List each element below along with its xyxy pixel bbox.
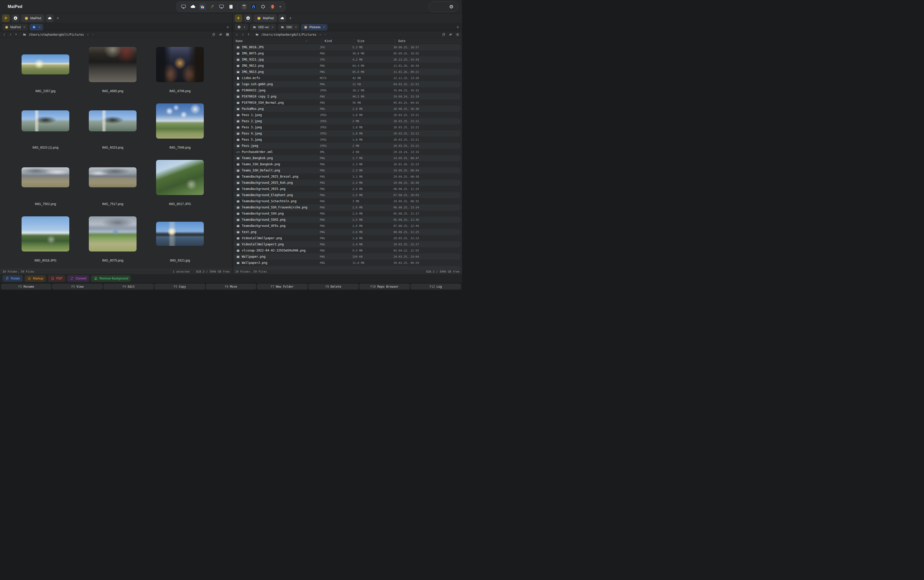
table-row[interactable]: test.pngPNG2,6 MB08.08.25, 11:25 [234, 229, 460, 235]
close-icon[interactable]: × [244, 25, 245, 29]
thumbnail-image[interactable] [89, 47, 137, 82]
table-row[interactable]: VideoCallWallpaper.pngPNG1,8 MB29.03.25,… [234, 235, 460, 241]
dock-item-claude-app-icon[interactable] [269, 3, 276, 10]
grid-item[interactable]: IMG_2357.jpg [12, 40, 79, 96]
fkey-f6-button[interactable]: F6Move [206, 283, 256, 290]
fkey-f2-button[interactable]: F2Rename [1, 283, 51, 290]
thumbnail-image[interactable] [156, 47, 204, 82]
table-row[interactable]: Wallpaper.pngPNG150 KB29.03.25, 23:04 [234, 254, 460, 260]
grid-item[interactable]: IMG_4695.png [79, 40, 146, 96]
forward-button[interactable] [241, 33, 245, 36]
dock-item-cloud-icon[interactable] [189, 3, 197, 10]
pdf-button[interactable]: PDF [48, 275, 65, 282]
dock-item-gpt-app-icon[interactable] [260, 3, 267, 10]
workspace-tab-maiped[interactable]: MaiPed [21, 14, 44, 22]
grid-item[interactable]: IMG_8075.png [79, 209, 146, 265]
workspace-button-cloud-icon[interactable] [278, 14, 286, 22]
tab-pictures[interactable]: Pictures× [301, 24, 328, 31]
thumbnail-image[interactable] [21, 110, 69, 132]
close-icon[interactable]: × [295, 25, 297, 29]
tab-maiped[interactable]: MaiPed× [2, 24, 28, 31]
workspace-add-button[interactable]: + [289, 16, 292, 21]
copy-path-icon[interactable] [212, 33, 216, 36]
dock-item-plug-icon[interactable] [208, 3, 216, 10]
close-icon[interactable]: × [323, 25, 325, 29]
thumbnail-image[interactable] [89, 216, 137, 252]
table-row[interactable]: P1070010_SSH_Normal.pngPNG56 MB05.03.25,… [234, 100, 460, 106]
path-dropdown-small-icon[interactable] [324, 33, 326, 36]
path-dropdown-icon[interactable] [86, 33, 89, 36]
dock-item-calculator-app-icon[interactable] [240, 3, 248, 10]
fkey-f4-button[interactable]: F4Edit [104, 283, 154, 290]
table-row[interactable]: P1070010 copy 2.pngPNG48,5 MB19.09.24, 2… [234, 94, 460, 100]
tab-sbe-wc[interactable]: SBE-wc× [250, 24, 276, 31]
thumbnail-image[interactable] [21, 216, 69, 252]
table-row[interactable]: TeamsBackground_Schachteln.pngPNG3 MB29.… [234, 198, 460, 204]
column-header-kind[interactable]: Kind [321, 38, 354, 44]
table-row[interactable]: TeamsBackground_SSH.pngPNG2,6 MB05.08.25… [234, 211, 460, 217]
table-row[interactable]: IMG_8075.pngPNG30,8 MB05.09.25, 19:55 [234, 50, 460, 56]
table-row[interactable]: P1060432.jpegJPEG18,1 MB15.04.22, 19:15 [234, 87, 460, 94]
table-row[interactable]: TeamsBackground_SSH_Frauenkirche.pngPNG2… [234, 204, 460, 211]
table-row[interactable]: IMG_9813.pngPNG85,6 MB11.01.26, 09:21 [234, 69, 460, 75]
table-row[interactable]: Pass 3.jpegJPEG1,8 MB20.03.25, 13:21 [234, 124, 460, 130]
table-row[interactable]: IMG_8018.JPGJPG5,3 MB30.08.25, 18:57 [234, 44, 460, 50]
avatar[interactable] [429, 1, 439, 12]
workspace-button-down-circle-icon[interactable] [244, 14, 252, 22]
close-icon[interactable]: × [23, 25, 25, 29]
column-header-date[interactable]: Date [395, 38, 462, 44]
forward-button[interactable] [8, 33, 12, 36]
thumbnail-image[interactable] [156, 222, 204, 246]
fkey-f5-button[interactable]: F5Copy [155, 283, 205, 290]
up-button[interactable] [14, 33, 18, 36]
dock-item-monitor-icon[interactable] [218, 3, 225, 10]
table-row[interactable]: TeamsBackground_2025.pngPNG2,6 MB08.08.2… [234, 186, 460, 192]
tab-download[interactable]: × [30, 24, 43, 31]
up-button[interactable] [247, 33, 250, 36]
fkey-f10-button[interactable]: F10Repo Browser [359, 283, 410, 290]
table-row[interactable]: Liebe.mcfxMCFX42 MB21.11.25, 13:26 [234, 75, 460, 81]
column-header-size[interactable]: Size [354, 38, 395, 44]
table-row[interactable]: vlcsnap-2022-04-02-22h55m50s946.pngPNG9,… [234, 247, 460, 254]
grid-item[interactable]: IMG_4706.png [146, 40, 214, 96]
thumbnail-image[interactable] [156, 104, 204, 138]
path-text[interactable]: /Users/stephanbergdolt/Pictures [29, 33, 84, 36]
workspace-tab-maiped[interactable]: MaiPed [254, 14, 277, 22]
thumbnail-image[interactable] [156, 160, 204, 195]
markup-button[interactable]: Markup [25, 275, 46, 282]
table-row[interactable]: Pass.jpegJPEG2 MB20.03.25, 13:21 [234, 143, 460, 149]
grid-item[interactable]: IMG_7502.png [12, 152, 79, 209]
workspace-button-cloud-icon[interactable] [46, 14, 54, 22]
table-row[interactable]: TeamsBackground_UFOs.pngPNG2,6 MB07.08.2… [234, 223, 460, 229]
fkey-f8-button[interactable]: F8Delete [308, 283, 359, 290]
table-row[interactable]: PackaMoo.pngPNG2,6 MB20.08.25, 16:30 [234, 106, 460, 112]
table-row[interactable]: TeamsBackground_2025_Brezel.pngPNG3,1 MB… [234, 173, 460, 180]
workspace-button-plane-icon[interactable]: ✈ [2, 14, 10, 22]
dock-item-monitor-icon[interactable] [180, 3, 187, 10]
fkey-f7-button[interactable]: F7New Folder [257, 283, 307, 290]
close-icon[interactable]: × [38, 25, 41, 29]
new-tab-button[interactable]: + [456, 25, 460, 30]
view-mode-icon[interactable] [226, 33, 229, 36]
remove-background-button[interactable]: Remove Background [91, 275, 131, 282]
gear-icon[interactable]: ⚙ [449, 4, 453, 10]
thumbnail-image[interactable] [21, 54, 69, 74]
grid-item[interactable]: IMG_8018.JPG [12, 209, 79, 265]
dock-item-notepad-icon[interactable] [227, 3, 235, 10]
table-row[interactable]: Teams_Bangkok.pngPNG2,7 MB14.09.25, 08:4… [234, 155, 460, 161]
tab-sbe[interactable]: SBE× [278, 24, 300, 31]
table-row[interactable]: Teams_SSH_Default.pngPNG2,3 MB29.09.25, … [234, 167, 460, 173]
table-row[interactable]: Pass 1.jpegJPEG1,8 MB20.03.25, 13:21 [234, 112, 460, 118]
table-row[interactable]: Pass 4.jpegJPEG1,8 MB20.03.25, 13:21 [234, 130, 460, 137]
path-dropdown-icon[interactable] [319, 33, 322, 36]
grid-item[interactable]: IMG_7046.png [146, 96, 214, 152]
grid-item[interactable]: IMG_6023.png [79, 96, 146, 152]
close-icon[interactable]: × [272, 25, 273, 29]
table-row[interactable]: IMG_9321.jpgJPG4,2 MB26.12.25, 14:34 [234, 56, 460, 63]
table-row[interactable]: logo-ssh-gmbh.pngPNG12 KB04.03.25, 22:52 [234, 81, 460, 87]
workspace-button-plane-icon[interactable]: ✈ [235, 14, 242, 22]
table-row[interactable]: TeamsBackground_2025_Kuh.pngPNG2,4 MB20.… [234, 180, 460, 186]
path-text[interactable]: /Users/stephanbergdolt/Pictures [261, 33, 316, 36]
grid-item[interactable]: IMG_8017.JPG [146, 152, 214, 209]
workspace-add-button[interactable]: + [56, 16, 59, 21]
